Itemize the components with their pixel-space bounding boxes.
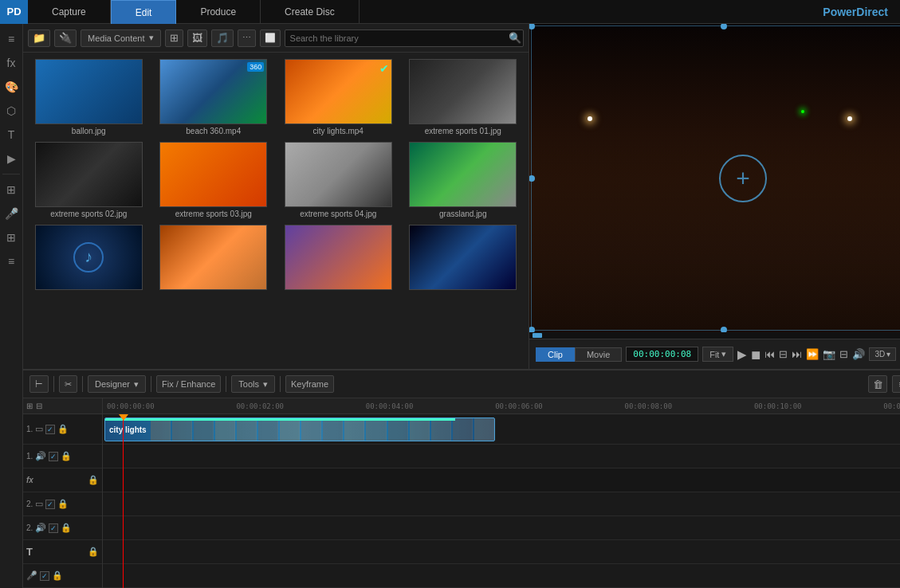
movie-tab[interactable]: Movie bbox=[575, 347, 622, 362]
list-item[interactable]: extreme sports 03.jpg bbox=[155, 142, 273, 218]
import-button[interactable]: 📁 bbox=[28, 29, 50, 47]
scrubber-bar[interactable] bbox=[529, 332, 900, 339]
plugin-button[interactable]: 🔌 bbox=[54, 29, 77, 47]
list-item[interactable] bbox=[279, 225, 398, 292]
tl-lock-a1[interactable]: 🔒 bbox=[61, 451, 72, 461]
image-view-button[interactable]: 🖼 bbox=[187, 29, 207, 47]
audio-button[interactable]: ⊟ bbox=[839, 348, 848, 360]
tl-track-fx bbox=[103, 468, 900, 492]
svg-text:♪: ♪ bbox=[84, 248, 92, 265]
list-item[interactable]: extreme sports 01.jpg bbox=[404, 59, 523, 135]
thumb-beach: 360 bbox=[159, 59, 267, 124]
snapshot-button[interactable]: 📷 bbox=[823, 348, 835, 360]
toolbar-text-icon[interactable]: T bbox=[0, 123, 22, 146]
tools-dropdown[interactable]: Tools▾ bbox=[231, 375, 275, 393]
scrubber-thumb[interactable] bbox=[533, 333, 542, 338]
tl-icon-magnetic[interactable]: ⊟ bbox=[36, 402, 42, 410]
separator-3 bbox=[151, 376, 151, 392]
fit-dropdown[interactable]: Fit▾ bbox=[702, 347, 733, 362]
volume-button[interactable]: 🔊 bbox=[852, 348, 865, 360]
tl-lock-v2[interactable]: 🔒 bbox=[57, 499, 69, 509]
corner-tm[interactable] bbox=[721, 24, 727, 29]
search-button[interactable]: 🔍 bbox=[509, 32, 521, 44]
tl-check-v2[interactable]: ✓ bbox=[45, 500, 55, 509]
split-point-button[interactable]: ⊢ bbox=[29, 375, 49, 393]
timeline-section: ⊢ ✂ Designer▾ Fix / Enhance Tools▾ Keyfr… bbox=[23, 369, 900, 588]
audio-view-button[interactable]: 🎵 bbox=[211, 29, 234, 47]
tab-edit[interactable]: Edit bbox=[111, 0, 177, 24]
tl-check-a2[interactable]: ✓ bbox=[49, 523, 58, 533]
separator-5 bbox=[280, 376, 281, 392]
badge-360: 360 bbox=[247, 62, 264, 72]
detect-button[interactable]: ⬜ bbox=[260, 29, 281, 47]
tab-create-disc[interactable]: Create Disc bbox=[261, 0, 360, 24]
toolbar-pip-icon[interactable]: ⊞ bbox=[0, 178, 22, 201]
tl-label-title: T 🔒 bbox=[23, 540, 102, 564]
thumb-item12 bbox=[409, 225, 517, 290]
tl-lock-voice[interactable]: 🔒 bbox=[52, 570, 63, 581]
tab-capture[interactable]: Capture bbox=[28, 0, 111, 24]
more-button[interactable]: ⋯ bbox=[238, 29, 256, 47]
tl-check-v1[interactable]: ✓ bbox=[45, 425, 55, 434]
corner-tl[interactable] bbox=[529, 24, 535, 29]
timeline-main: 00:00:00:00 00:00:02:00 00:00:04:00 00:0… bbox=[103, 398, 900, 588]
toolbar-mic-icon[interactable]: 🎤 bbox=[0, 202, 22, 225]
tl-lock-fx[interactable]: 🔒 bbox=[88, 475, 99, 485]
tl-icon-ripple[interactable]: ⊞ bbox=[26, 402, 33, 410]
tl-label-fx: fx 🔒 bbox=[23, 468, 102, 492]
play-button[interactable]: ▶ bbox=[737, 347, 747, 362]
thumb-item10 bbox=[159, 225, 267, 290]
main-layout: ≡ fx 🎨 ⬡ T ▶ ⊞ 🎤 ⊞ ≡ 📁 🔌 Media Content ▾ bbox=[0, 24, 900, 588]
list-item[interactable]: grassland.jpg bbox=[404, 142, 523, 218]
tl-track-audio2 bbox=[103, 516, 900, 540]
tl-track-voice bbox=[103, 564, 900, 588]
list-item[interactable] bbox=[155, 225, 273, 292]
prev-frame-button[interactable]: ⏮ bbox=[764, 348, 775, 360]
designer-dropdown[interactable]: Designer▾ bbox=[88, 375, 146, 393]
tl-track-audio1 bbox=[103, 445, 900, 468]
timeline-ruler: 00:00:00:00 00:00:02:00 00:00:04:00 00:0… bbox=[103, 398, 900, 414]
list-item[interactable]: extreme sports 04.jpg bbox=[279, 142, 398, 218]
search-input[interactable] bbox=[285, 29, 524, 47]
delete-button[interactable]: 🗑 bbox=[868, 375, 887, 393]
tl-title-icon: T bbox=[26, 546, 33, 558]
media-content-dropdown[interactable]: Media Content ▾ bbox=[81, 29, 161, 47]
toolbar-timeline-icon[interactable]: ≡ bbox=[0, 28, 22, 50]
tl-lock-v1[interactable]: 🔒 bbox=[57, 424, 69, 434]
media-label: city lights.mp4 bbox=[313, 127, 364, 135]
toolbar-grid-icon[interactable]: ⊞ bbox=[0, 226, 22, 249]
storyboard-button[interactable]: ≡ bbox=[892, 375, 900, 393]
tl-track-video1[interactable]: city lights bbox=[103, 414, 900, 445]
3d-button[interactable]: 3D ▾ bbox=[869, 347, 896, 361]
tl-lock-title[interactable]: 🔒 bbox=[88, 547, 99, 557]
next-frame-button[interactable]: ⏭ bbox=[792, 348, 802, 360]
timeline-tracks: city lights bbox=[103, 414, 900, 588]
toolbar-expand-icon[interactable]: ▶ bbox=[0, 147, 22, 170]
stop-button[interactable]: ◼ bbox=[751, 347, 760, 362]
tl-lock-a2[interactable]: 🔒 bbox=[61, 523, 72, 533]
list-item[interactable]: 360 beach 360.mp4 bbox=[155, 59, 273, 135]
video-clip[interactable]: city lights bbox=[104, 417, 495, 441]
tl-check-voice[interactable]: ✓ bbox=[40, 571, 49, 581]
clip-tab[interactable]: Clip bbox=[536, 347, 575, 362]
tl-check-a1[interactable]: ✓ bbox=[49, 452, 58, 461]
keyframe-button[interactable]: Keyframe bbox=[285, 375, 334, 393]
toolbar-effects-icon[interactable]: fx bbox=[0, 52, 22, 74]
list-item[interactable] bbox=[404, 225, 523, 292]
list-item[interactable]: ✔ city lights.mp4 bbox=[279, 59, 398, 135]
toolbar-chapters-icon[interactable]: ≡ bbox=[0, 250, 22, 272]
tab-produce[interactable]: Produce bbox=[176, 0, 261, 24]
nav-tabs: Capture Edit Produce Create Disc bbox=[28, 0, 823, 24]
list-item[interactable]: ballon.jpg bbox=[29, 59, 148, 135]
grid-view-button[interactable]: ⊞ bbox=[165, 29, 183, 47]
list-item[interactable]: extreme sports 02.jpg bbox=[29, 142, 148, 218]
tl-fx-label: fx bbox=[26, 476, 33, 484]
fix-enhance-button[interactable]: Fix / Enhance bbox=[156, 375, 221, 393]
toolbar-color-icon[interactable]: 🎨 bbox=[0, 76, 22, 98]
filmstrip bbox=[151, 418, 494, 441]
cut-button[interactable]: ✂ bbox=[59, 375, 77, 393]
toolbar-filter-icon[interactable]: ⬡ bbox=[0, 100, 22, 122]
fast-forward-button[interactable]: ⏩ bbox=[806, 348, 819, 360]
bar-chart-button[interactable]: ⊟ bbox=[779, 348, 788, 360]
list-item[interactable]: ♪ bbox=[29, 225, 148, 292]
